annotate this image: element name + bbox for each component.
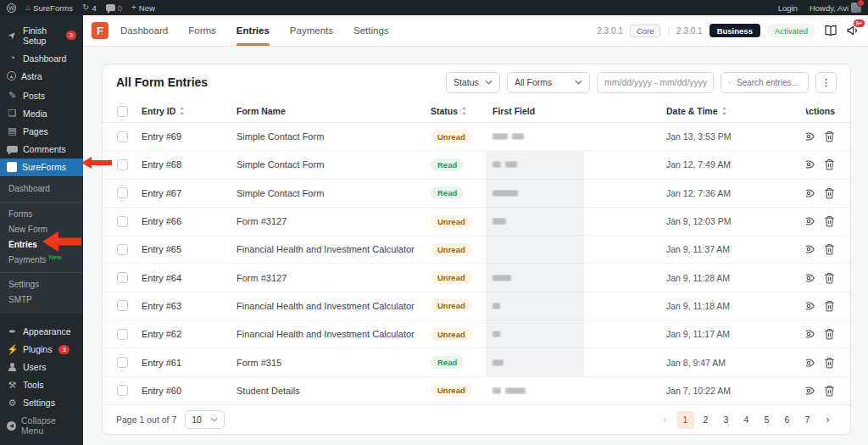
view-entry-button[interactable] [806,159,815,170]
submenu-item-payments[interactable]: PaymentsNew [0,252,83,267]
delete-entry-button[interactable] [824,215,835,227]
page-button-2[interactable]: 2 [697,411,715,429]
sidebar-item-settings[interactable]: ⚙Settings [0,394,83,412]
row-checkbox[interactable] [117,357,128,368]
sidebar-item-finish-setup[interactable]: ➤Finish Setup3 [0,21,83,49]
delete-entry-button[interactable] [824,300,835,312]
table-row[interactable]: Entry #60Student DetailsUnreadJan 7, 10:… [103,377,850,404]
sidebar-item-posts[interactable]: ✎Posts [0,86,83,104]
tab-dashboard[interactable]: Dashboard [120,15,168,46]
sidebar-item-dashboard[interactable]: ◔Dashboard [0,49,83,67]
table-row[interactable]: Entry #64Form #3127UnreadJan 9, 11:28 AM [103,264,850,292]
submenu-item-forms[interactable]: Forms [0,202,83,222]
view-entry-button[interactable] [806,385,815,397]
search-input[interactable] [737,78,801,87]
page-button-6[interactable]: 6 [778,411,796,429]
column-actions: Actions [806,106,850,116]
view-entry-button[interactable] [806,300,815,312]
delete-entry-button[interactable] [824,357,835,369]
delete-entry-button[interactable] [824,159,835,170]
tab-forms[interactable]: Forms [188,15,216,46]
row-checkbox[interactable] [117,244,128,255]
status-badge: Unread [431,328,472,341]
sidebar-item-sureforms[interactable]: FSureForms [0,159,83,176]
sidebar-item-comments[interactable]: Comments [0,140,83,158]
column-status[interactable]: Status [425,106,486,116]
table-row[interactable]: Entry #63Financial Health and Investment… [103,292,850,320]
tab-payments[interactable]: Payments [290,15,333,46]
table-row[interactable]: Entry #66Form #3127UnreadJan 9, 12:03 PM [103,208,850,236]
prev-page-button[interactable]: ‹ [656,411,674,429]
delete-entry-button[interactable] [824,131,835,142]
table-row[interactable]: Entry #62Financial Health and Investment… [103,320,850,348]
view-entry-button[interactable] [806,272,815,284]
comments-link[interactable]: 0 [106,3,122,13]
view-entry-button[interactable] [806,357,815,369]
table-row[interactable]: Entry #61Form #315ReadJan 8, 9:47 AM [103,348,850,376]
row-checkbox[interactable] [117,187,128,198]
new-content-menu[interactable]: + New [131,3,155,13]
tab-entries[interactable]: Entries [236,15,270,46]
date-range-input[interactable]: mm/dd/yyyy - mm/dd/yyyy [597,72,714,93]
submenu-item-settings[interactable]: Settings [0,272,83,292]
select-all-checkbox[interactable] [117,106,128,117]
more-options-button[interactable]: ⋮ [815,72,837,93]
delete-entry-button[interactable] [824,328,835,340]
view-entry-button[interactable] [806,215,815,227]
page-button-7[interactable]: 7 [798,411,816,429]
sidebar-item-appearance[interactable]: ✒Appearance [0,323,83,341]
row-checkbox[interactable] [117,385,128,396]
forms-filter-select[interactable]: All Forms [507,72,590,93]
search-icon [728,78,732,87]
submenu-item-smtp[interactable]: SMTP [0,292,83,308]
site-name-link[interactable]: ⌂ SureForms [25,3,73,13]
sidebar-item-users[interactable]: Users [0,359,83,376]
table-row[interactable]: Entry #69Simple Contact FormUnreadJan 13… [103,123,850,151]
page-button-3[interactable]: 3 [717,411,735,429]
sidebar-item-media[interactable]: ❏Media [0,104,83,122]
date-time: Jan 7, 10:22 AM [660,386,806,396]
per-page-select[interactable]: 10 [185,410,225,429]
view-entry-button[interactable] [806,243,815,255]
submenu-item-dashboard[interactable]: Dashboard [0,181,83,197]
updates-link[interactable]: ↻ 4 [82,3,97,13]
page-button-1[interactable]: 1 [676,411,694,429]
row-checkbox[interactable] [117,329,128,340]
view-entry-button[interactable] [806,187,815,199]
delete-entry-button[interactable] [824,243,835,255]
table-row[interactable]: Entry #67Simple Contact FormReadJan 12, … [103,180,850,208]
row-checkbox[interactable] [117,272,128,283]
row-checkbox[interactable] [117,131,128,142]
status-filter-select[interactable]: Status [446,72,500,93]
next-page-button[interactable]: › [819,411,837,429]
account-menu[interactable]: Howdy, Avi [810,3,861,13]
sidebar-item-pages[interactable]: ▤Pages [0,122,83,140]
row-checkbox[interactable] [117,159,128,170]
table-row[interactable]: Entry #65Financial Health and Investment… [103,236,850,264]
column-date-time[interactable]: Date & Time [660,106,806,116]
view-entry-button[interactable] [806,131,815,142]
login-link[interactable]: Login [778,3,798,13]
table-row[interactable]: Entry #68Simple Contact FormReadJan 12, … [103,151,850,179]
row-checkbox[interactable] [117,216,128,227]
page-button-4[interactable]: 4 [737,411,755,429]
docs-button[interactable] [824,24,837,37]
entry-id: Entry #67 [135,188,230,198]
delete-entry-button[interactable] [824,187,835,199]
delete-entry-button[interactable] [824,272,835,284]
sidebar-item-plugins[interactable]: ⚡Plugins3 [0,341,83,359]
wp-logo-menu[interactable]: W [7,3,16,13]
delete-entry-button[interactable] [824,385,835,397]
view-entry-icon [806,215,815,227]
row-checkbox[interactable] [117,300,128,311]
view-entry-button[interactable] [806,328,815,340]
forms-filter-label: All Forms [515,77,552,87]
whats-new-button[interactable]: 9+ [846,24,860,37]
tab-settings[interactable]: Settings [353,15,389,46]
sidebar-item-astra[interactable]: ▲Astra [0,67,83,85]
page-button-5[interactable]: 5 [758,411,776,429]
sidebar-item-tools[interactable]: ⚒Tools [0,376,83,394]
annotation-arrow-sureforms [81,157,112,169]
collapse-menu-button[interactable]: ◀ Collapse Menu [0,412,83,440]
column-entry-id[interactable]: Entry ID [135,106,230,116]
